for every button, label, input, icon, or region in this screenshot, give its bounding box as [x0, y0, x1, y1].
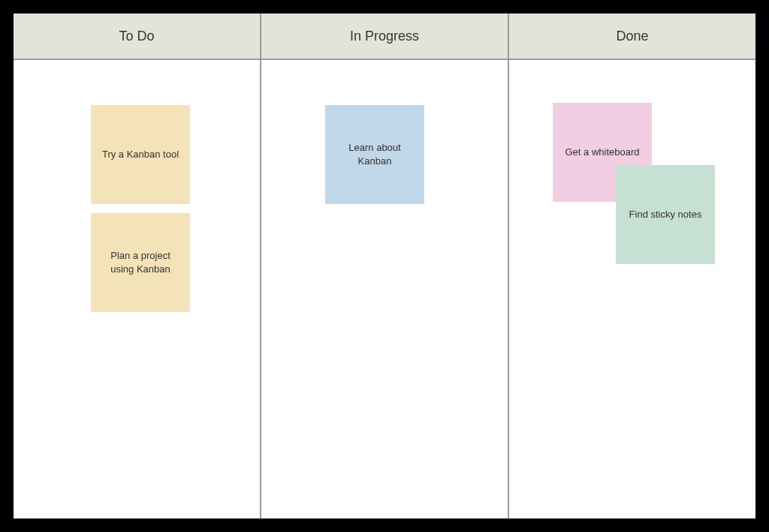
column-done[interactable]: Get a whiteboard Find sticky notes [509, 60, 755, 518]
kanban-board: To Do In Progress Done Try a Kanban tool… [14, 14, 755, 518]
card-text: Plan a project using Kanban [98, 249, 182, 275]
card-plan-project[interactable]: Plan a project using Kanban [91, 213, 190, 312]
column-header-todo: To Do [14, 14, 261, 59]
column-title: In Progress [350, 29, 419, 44]
card-text: Get a whiteboard [565, 146, 639, 159]
column-headers: To Do In Progress Done [14, 14, 755, 60]
card-text: Learn about Kanban [333, 141, 417, 167]
column-in-progress[interactable]: Learn about Kanban [261, 60, 509, 518]
column-header-done: Done [509, 14, 755, 59]
column-title: Done [616, 29, 648, 44]
card-text: Try a Kanban tool [102, 148, 179, 161]
column-header-in-progress: In Progress [261, 14, 509, 59]
column-todo[interactable]: Try a Kanban tool Plan a project using K… [14, 60, 261, 518]
card-learn-kanban[interactable]: Learn about Kanban [325, 105, 424, 204]
card-find-sticky-notes[interactable]: Find sticky notes [616, 165, 715, 264]
column-title: To Do [119, 29, 154, 44]
columns-body: Try a Kanban tool Plan a project using K… [14, 60, 755, 518]
card-try-kanban-tool[interactable]: Try a Kanban tool [91, 105, 190, 204]
card-text: Find sticky notes [629, 208, 702, 221]
